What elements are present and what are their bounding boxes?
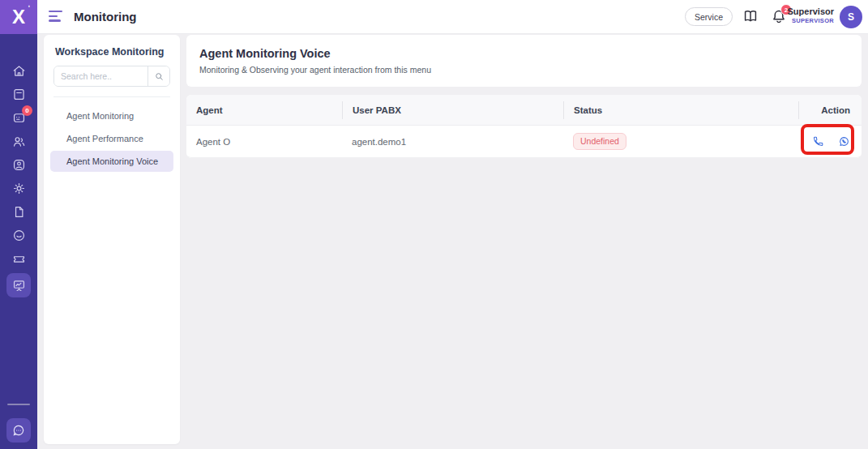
menu-item-agent-monitoring-voice[interactable]: Agent Monitoring Voice	[50, 151, 173, 172]
help-chat-icon	[11, 423, 26, 438]
sidebar-item-notes[interactable]	[6, 85, 31, 103]
hamburger-menu-icon[interactable]	[49, 11, 63, 23]
user-name: Supervisor	[788, 6, 834, 17]
service-button[interactable]: Service	[685, 7, 733, 26]
workspace-search	[53, 66, 170, 87]
column-header-agent: Agent	[186, 105, 342, 115]
sidebar-divider	[7, 404, 30, 405]
content-subtitle: Monitoring & Observing your agent intera…	[199, 65, 849, 75]
user-role: SUPERVISOR	[788, 17, 834, 24]
content-header-card: Agent Monitoring Voice Monitoring & Obse…	[186, 35, 862, 87]
status-badge: Undefined	[573, 133, 626, 150]
search-icon	[154, 71, 165, 82]
menu-item-agent-monitoring[interactable]: Agent Monitoring	[50, 105, 173, 126]
sidebar-item-home[interactable]	[6, 62, 31, 79]
whatsapp-icon[interactable]	[838, 135, 850, 148]
agent-table: Agent User PABX Status Action Agent O ag…	[186, 95, 862, 158]
monitoring-icon	[11, 278, 27, 293]
table-row: Agent O agent.demo1 Undefined	[186, 126, 862, 158]
app-logo-letter: X	[12, 6, 25, 28]
chat-badge: 0	[22, 105, 32, 116]
column-header-action: Action	[798, 101, 862, 119]
user-menu[interactable]: Supervisor SUPERVISOR	[788, 6, 834, 24]
ticket-icon	[11, 251, 27, 267]
sidebar-rail: X ʹ 0	[0, 0, 37, 449]
menu-item-agent-performance[interactable]: Agent Performance	[50, 128, 173, 149]
column-header-status: Status	[563, 101, 798, 119]
workspace-panel: Workspace Monitoring Agent Monitoring Ag…	[44, 35, 180, 444]
page-title: Monitoring	[74, 10, 136, 24]
phone-call-icon[interactable]	[812, 135, 824, 148]
cell-action	[798, 135, 862, 148]
file-icon	[11, 204, 27, 220]
sidebar-item-settings[interactable]	[6, 179, 31, 197]
help-chat-button[interactable]	[6, 418, 31, 443]
users-icon	[11, 134, 27, 149]
sidebar-item-chat[interactable]: 0	[6, 109, 31, 126]
cell-agent: Agent O	[186, 137, 342, 147]
sidebar-item-documents[interactable]	[6, 203, 31, 220]
sidebar-item-ticket[interactable]	[6, 250, 31, 267]
docs-book-button[interactable]	[742, 7, 761, 27]
panel-divider	[53, 96, 170, 97]
search-input[interactable]	[54, 66, 148, 86]
gear-icon	[11, 181, 27, 196]
sidebar-item-monitoring[interactable]	[6, 273, 31, 297]
home-icon	[11, 63, 27, 79]
workspace-panel-title: Workspace Monitoring	[44, 35, 180, 66]
book-icon	[742, 7, 759, 25]
cell-status: Undefined	[563, 133, 798, 150]
smiley-icon	[11, 228, 27, 243]
logo-tick: ʹ	[28, 4, 30, 12]
column-header-user-pabx: User PABX	[342, 101, 563, 119]
table-header-row: Agent User PABX Status Action	[186, 95, 862, 126]
sidebar-item-social[interactable]	[6, 226, 31, 244]
contact-icon	[11, 157, 27, 173]
sidebar-item-users[interactable]	[6, 132, 31, 150]
notifications-button[interactable]: 2	[770, 7, 789, 27]
content-title: Agent Monitoring Voice	[199, 47, 849, 60]
search-button[interactable]	[148, 66, 169, 86]
app-logo[interactable]: X ʹ	[0, 0, 37, 34]
cell-user-pabx: agent.demo1	[342, 137, 563, 147]
avatar[interactable]: S	[840, 6, 862, 28]
note-icon	[11, 87, 27, 102]
sidebar-item-contacts[interactable]	[6, 156, 31, 173]
topbar: Monitoring Service 2 Supervisor SUPERVIS…	[37, 0, 868, 34]
